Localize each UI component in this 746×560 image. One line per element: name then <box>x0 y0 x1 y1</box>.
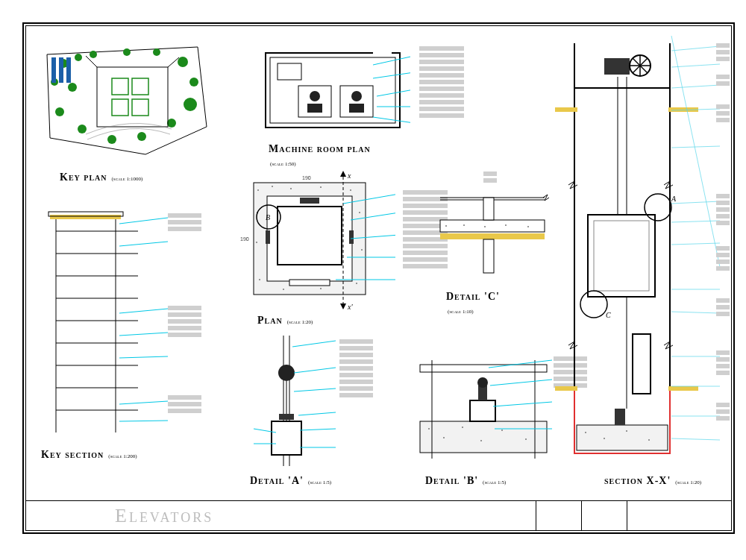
section-xx-label: section X-X' (scale 1:20) <box>604 474 701 487</box>
svg-point-7 <box>107 135 116 144</box>
key-section-scale: (scale 1:200) <box>108 453 137 459</box>
svg-rect-59 <box>300 198 319 204</box>
shaft-plan-scale: (scale 1:20) <box>287 319 313 325</box>
svg-rect-150 <box>588 215 655 297</box>
svg-line-25 <box>168 57 179 67</box>
key-section-callouts-mid <box>168 306 201 337</box>
svg-line-108 <box>298 412 336 415</box>
svg-rect-132 <box>577 425 668 450</box>
svg-point-101 <box>278 365 295 381</box>
svg-line-170 <box>671 438 720 440</box>
title-cell-1 <box>536 501 581 531</box>
key-section-callouts-upper <box>168 213 201 231</box>
svg-point-47 <box>350 189 351 191</box>
svg-line-158 <box>671 85 720 88</box>
detail-c-callouts <box>483 172 497 183</box>
key-plan-drawing <box>41 41 213 168</box>
svg-rect-121 <box>470 400 495 421</box>
machine-room-label: Machine room plan (scale 1:50) <box>269 142 371 169</box>
section-xx-title: section X-X' <box>604 475 671 486</box>
title-cell-2 <box>581 501 627 531</box>
machine-room-title: Machine room plan <box>269 143 371 154</box>
machine-room-callouts <box>419 46 464 118</box>
svg-point-117 <box>462 427 463 428</box>
section-callouts-2 <box>716 75 730 86</box>
svg-point-116 <box>443 437 445 438</box>
key-plan-scale: (scale 1:1000) <box>112 176 143 182</box>
svg-rect-152 <box>633 334 651 394</box>
detail-c-scale: (scale 1:10) <box>448 309 474 315</box>
svg-rect-31 <box>307 104 322 113</box>
svg-point-11 <box>184 98 197 111</box>
svg-point-4 <box>68 83 77 92</box>
svg-rect-60 <box>289 280 330 286</box>
svg-point-45 <box>290 188 292 189</box>
section-xx-drawing: A C <box>552 36 724 483</box>
detail-mark-b: B <box>266 213 270 221</box>
detail-a-label: Detail 'A' (scale 1:5) <box>250 474 331 487</box>
svg-line-94 <box>119 309 168 313</box>
svg-point-12 <box>167 119 176 128</box>
svg-point-118 <box>480 440 482 441</box>
title-block-strip: Elevators <box>25 500 732 531</box>
svg-point-9 <box>178 57 188 67</box>
svg-line-92 <box>119 218 168 224</box>
svg-line-156 <box>671 46 720 51</box>
svg-point-53 <box>259 279 260 280</box>
svg-line-128 <box>493 402 552 406</box>
svg-rect-26 <box>266 53 400 128</box>
detail-b-scale: (scale 1:5) <box>483 479 506 485</box>
svg-rect-57 <box>266 230 270 244</box>
svg-rect-22 <box>112 99 128 116</box>
svg-point-51 <box>320 288 322 289</box>
svg-line-157 <box>671 64 720 67</box>
detail-a-title: Detail 'A' <box>250 475 304 486</box>
svg-point-49 <box>361 249 363 251</box>
svg-point-73 <box>463 224 465 226</box>
svg-rect-21 <box>132 78 148 95</box>
svg-point-133 <box>585 432 586 433</box>
svg-point-10 <box>189 78 198 86</box>
section-callouts-4 <box>716 194 730 225</box>
svg-rect-20 <box>112 78 128 95</box>
svg-point-30 <box>310 91 320 101</box>
svg-rect-77 <box>483 198 494 220</box>
svg-point-75 <box>505 224 507 226</box>
sheet-title: Elevators <box>25 505 536 527</box>
svg-rect-139 <box>555 386 577 391</box>
svg-rect-137 <box>555 107 577 112</box>
svg-point-123 <box>477 377 488 388</box>
svg-line-37 <box>373 72 410 78</box>
svg-point-46 <box>320 186 322 188</box>
detail-a-scale: (scale 1:5) <box>308 479 331 485</box>
svg-line-127 <box>490 380 552 386</box>
svg-line-97 <box>119 401 168 404</box>
svg-rect-78 <box>483 239 494 273</box>
svg-line-163 <box>671 243 720 245</box>
key-plan-title: Key plan <box>60 172 107 183</box>
key-section-label: Key section (scale 1:200) <box>41 447 137 461</box>
key-plan-label: Key plan (scale 1:1000) <box>60 170 142 183</box>
plan-dim-h: 190 <box>240 236 249 242</box>
svg-rect-70 <box>440 220 545 232</box>
shaft-plan-title: Plan <box>257 315 283 326</box>
svg-point-2 <box>75 54 82 61</box>
section-mark-x: x <box>347 172 351 180</box>
svg-rect-114 <box>420 421 547 453</box>
svg-rect-19 <box>97 67 168 127</box>
svg-rect-153 <box>615 409 625 425</box>
svg-line-93 <box>119 242 168 246</box>
svg-point-44 <box>272 186 273 187</box>
svg-line-98 <box>119 421 168 421</box>
detail-b-title: Detail 'B' <box>425 475 478 486</box>
svg-point-52 <box>283 289 284 290</box>
section-callouts-5 <box>716 246 730 271</box>
svg-line-105 <box>292 341 336 347</box>
section-callouts-8 <box>716 403 730 421</box>
svg-rect-34 <box>349 104 364 113</box>
svg-line-166 <box>671 312 720 313</box>
section-callouts-1 <box>716 43 730 61</box>
detail-c-drawing <box>433 190 552 287</box>
svg-point-74 <box>484 226 486 227</box>
svg-point-134 <box>604 438 605 439</box>
